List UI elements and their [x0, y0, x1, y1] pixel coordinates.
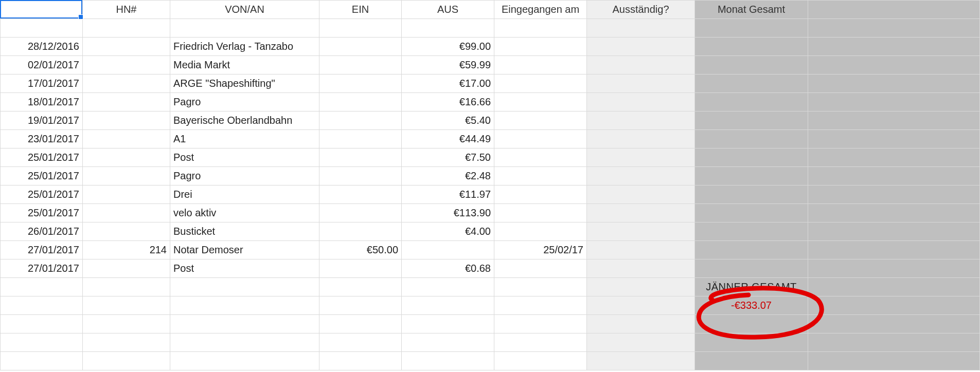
cell[interactable]	[83, 352, 170, 370]
cell-tail[interactable]	[808, 241, 980, 259]
cell-tail[interactable]	[808, 148, 980, 167]
cell[interactable]	[170, 315, 319, 333]
cell[interactable]	[319, 296, 402, 315]
cell-hn[interactable]	[83, 38, 170, 56]
cell[interactable]	[1, 352, 83, 370]
cell-date[interactable]: 25/01/2017	[1, 148, 83, 167]
cell-date[interactable]: 19/01/2017	[1, 111, 83, 130]
cell-von[interactable]: Friedrich Verlag - Tanzabo	[170, 38, 319, 56]
cell-monat[interactable]	[695, 185, 808, 204]
cell-eing[interactable]	[494, 75, 587, 93]
cell-eing[interactable]: 25/02/17	[494, 241, 587, 259]
cell-ein[interactable]	[319, 148, 402, 167]
cell-aust[interactable]	[587, 75, 695, 93]
cell[interactable]	[808, 19, 980, 38]
cell-aus[interactable]: €59.99	[402, 56, 494, 75]
cell-tail[interactable]	[808, 167, 980, 185]
cell[interactable]	[695, 352, 808, 370]
cell[interactable]	[1, 333, 83, 352]
cell-tail[interactable]	[808, 75, 980, 93]
cell-ein[interactable]	[319, 93, 402, 111]
cell-von[interactable]: Post	[170, 259, 319, 278]
cell[interactable]	[402, 19, 494, 38]
cell-hn[interactable]: 214	[83, 241, 170, 259]
cell-hn[interactable]	[83, 93, 170, 111]
cell[interactable]	[1, 296, 83, 315]
cell-date[interactable]: 23/01/2017	[1, 130, 83, 148]
cell[interactable]	[808, 315, 980, 333]
cell[interactable]	[170, 352, 319, 370]
cell-hn[interactable]	[83, 167, 170, 185]
cell-tail[interactable]	[808, 38, 980, 56]
header-ausstaendig[interactable]: Ausständig?	[587, 1, 695, 19]
cell-tail[interactable]	[808, 56, 980, 75]
cell[interactable]	[494, 278, 587, 296]
cell-eing[interactable]	[494, 38, 587, 56]
cell-von[interactable]: Bayerische Oberlandbahn	[170, 111, 319, 130]
cell-von[interactable]: Media Markt	[170, 56, 319, 75]
cell-hn[interactable]	[83, 130, 170, 148]
cell-aus[interactable]: €5.40	[402, 111, 494, 130]
cell-date[interactable]: 17/01/2017	[1, 75, 83, 93]
header-eing[interactable]: Eingegangen am	[494, 1, 587, 19]
cell-monat[interactable]	[695, 167, 808, 185]
cell-von[interactable]: Pagro	[170, 167, 319, 185]
cell-monat[interactable]	[695, 222, 808, 241]
header-ein[interactable]: EIN	[319, 1, 402, 19]
cell[interactable]	[83, 333, 170, 352]
cell-aus[interactable]: €44.49	[402, 130, 494, 148]
cell-monat[interactable]	[695, 130, 808, 148]
cell[interactable]	[494, 296, 587, 315]
cell-ein[interactable]: €50.00	[319, 241, 402, 259]
cell-date[interactable]: 27/01/2017	[1, 259, 83, 278]
cell-aus[interactable]: €16.66	[402, 93, 494, 111]
cell-date[interactable]: 27/01/2017	[1, 241, 83, 259]
cell-aus[interactable]: €7.50	[402, 148, 494, 167]
header-von[interactable]: VON/AN	[170, 1, 319, 19]
cell-date[interactable]: 25/01/2017	[1, 167, 83, 185]
cell[interactable]	[83, 315, 170, 333]
cell-monat[interactable]	[695, 56, 808, 75]
cell-monat[interactable]	[695, 241, 808, 259]
cell-von[interactable]: ARGE "Shapeshifting"	[170, 75, 319, 93]
cell-aust[interactable]	[587, 111, 695, 130]
cell[interactable]	[83, 278, 170, 296]
cell-von[interactable]: Busticket	[170, 222, 319, 241]
cell[interactable]	[494, 315, 587, 333]
cell[interactable]	[170, 296, 319, 315]
cell[interactable]	[83, 296, 170, 315]
cell-ein[interactable]	[319, 167, 402, 185]
cell[interactable]	[402, 333, 494, 352]
cell-aust[interactable]	[587, 241, 695, 259]
cell-ein[interactable]	[319, 111, 402, 130]
cell[interactable]	[494, 333, 587, 352]
cell-monat[interactable]	[695, 259, 808, 278]
cell-aust[interactable]	[587, 130, 695, 148]
cell-hn[interactable]	[83, 185, 170, 204]
cell[interactable]	[808, 278, 980, 296]
cell-tail[interactable]	[808, 204, 980, 222]
cell[interactable]	[319, 278, 402, 296]
cell-monat[interactable]	[695, 38, 808, 56]
cell-eing[interactable]	[494, 130, 587, 148]
cell-tail[interactable]	[808, 222, 980, 241]
cell-date[interactable]: 26/01/2017	[1, 222, 83, 241]
cell[interactable]	[319, 333, 402, 352]
cell[interactable]	[587, 352, 695, 370]
cell[interactable]	[587, 333, 695, 352]
header-hn[interactable]: HN#	[83, 1, 170, 19]
cell-eing[interactable]	[494, 204, 587, 222]
cell[interactable]	[587, 278, 695, 296]
cell-aus[interactable]: €99.00	[402, 38, 494, 56]
cell-ein[interactable]	[319, 185, 402, 204]
header-tail[interactable]	[808, 1, 980, 19]
cell-aus[interactable]: €4.00	[402, 222, 494, 241]
cell-eing[interactable]	[494, 148, 587, 167]
cell-eing[interactable]	[494, 185, 587, 204]
cell[interactable]	[319, 315, 402, 333]
cell[interactable]	[83, 19, 170, 38]
cell-ein[interactable]	[319, 130, 402, 148]
cell[interactable]	[494, 19, 587, 38]
cell-monat[interactable]	[695, 93, 808, 111]
cell-hn[interactable]	[83, 259, 170, 278]
